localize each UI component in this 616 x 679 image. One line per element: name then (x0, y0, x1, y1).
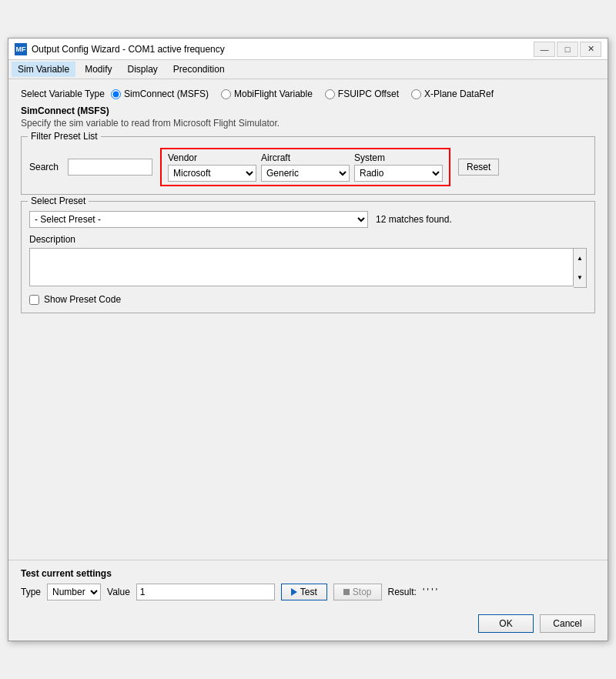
vendor-container: Vendor Microsoft Generic All (168, 152, 256, 182)
search-input[interactable] (68, 159, 152, 176)
radio-xplane-label: X-Plane DataRef (424, 89, 494, 99)
stop-icon (343, 589, 350, 595)
scroll-buttons: ▲ ▼ (574, 248, 587, 288)
preset-row: - Select Preset - 12 matches found. (29, 211, 587, 228)
preset-select[interactable]: - Select Preset - (29, 211, 368, 228)
filter-preset-title: Filter Preset List (28, 131, 101, 142)
variable-type-label: Select Variable Type (21, 89, 105, 99)
aircraft-container: Aircraft Generic All (261, 152, 350, 182)
filter-dropdowns-group: Vendor Microsoft Generic All Aircraft Ge… (160, 148, 450, 186)
menu-display[interactable]: Display (121, 62, 163, 77)
main-content: Select Variable Type SimConnect (MSFS) M… (8, 79, 608, 560)
radio-simconnect[interactable]: SimConnect (MSFS) (111, 89, 209, 99)
system-label: System (354, 152, 443, 163)
show-preset-code-row: Show Preset Code (29, 294, 587, 305)
test-section: Test current settings Type Number String… (8, 560, 608, 607)
maximize-button[interactable]: □ (557, 42, 578, 57)
description-textarea[interactable] (29, 248, 574, 286)
radio-xplane-input[interactable] (411, 89, 421, 99)
cancel-button[interactable]: Cancel (540, 614, 595, 633)
type-label: Type (21, 587, 41, 597)
radio-fsuipc-label: FSUIPC Offset (338, 89, 399, 99)
main-window: MF Output Config Wizard - COM1 active fr… (8, 38, 608, 641)
minimize-button[interactable]: — (534, 42, 555, 57)
menu-precondition[interactable]: Precondition (167, 62, 231, 77)
filter-preset-group: Filter Preset List Search Vendor Microso… (21, 136, 595, 195)
play-icon (291, 588, 297, 596)
simconnect-desc: Specify the sim variable to read from Mi… (21, 118, 595, 129)
system-container: System Radio All Autopilot Engine Lights (354, 152, 443, 182)
radio-mobiflight-label: MobiFlight Variable (234, 89, 313, 99)
radio-mobiflight[interactable]: MobiFlight Variable (221, 89, 313, 99)
content-spacer (21, 319, 595, 550)
title-bar: MF Output Config Wizard - COM1 active fr… (8, 38, 608, 60)
matches-text: 12 matches found. (376, 214, 452, 225)
ok-button[interactable]: OK (478, 614, 534, 633)
aircraft-label: Aircraft (261, 152, 350, 163)
select-preset-group: Select Preset - Select Preset - 12 match… (21, 201, 595, 313)
window-title: Output Config Wizard - COM1 active frequ… (32, 44, 534, 55)
variable-type-options: SimConnect (MSFS) MobiFlight Variable FS… (111, 89, 494, 99)
select-preset-title: Select Preset (28, 196, 89, 206)
scroll-down-button[interactable]: ▼ (574, 268, 586, 287)
search-label: Search (29, 162, 60, 172)
value-input[interactable] (136, 584, 275, 600)
type-select[interactable]: Number String (47, 584, 101, 600)
aircraft-select[interactable]: Generic All (261, 165, 350, 182)
simconnect-title: SimConnect (MSFS) (21, 105, 595, 116)
result-label: Result: (388, 587, 417, 597)
test-row: Type Number String Value Test Stop Resul… (21, 584, 595, 600)
test-section-label: Test current settings (21, 568, 595, 579)
system-select[interactable]: Radio All Autopilot Engine Lights (354, 165, 443, 182)
show-preset-code-checkbox[interactable] (29, 295, 39, 305)
description-area-wrapper: ▲ ▼ (29, 248, 587, 288)
action-row: OK Cancel (8, 614, 608, 641)
vendor-select[interactable]: Microsoft Generic All (168, 165, 256, 182)
stop-button[interactable]: Stop (333, 584, 382, 600)
scroll-up-button[interactable]: ▲ (574, 249, 586, 268)
description-label: Description (29, 234, 587, 245)
app-icon: MF (15, 43, 27, 55)
radio-simconnect-label: SimConnect (MSFS) (124, 89, 209, 99)
vendor-label: Vendor (168, 152, 256, 163)
result-value: ' ' ' ' (423, 587, 437, 597)
radio-fsuipc[interactable]: FSUIPC Offset (325, 89, 399, 99)
close-button[interactable]: ✕ (580, 42, 601, 57)
show-preset-code-label: Show Preset Code (44, 294, 121, 305)
menu-sim-variable[interactable]: Sim Variable (12, 62, 75, 77)
radio-simconnect-input[interactable] (111, 89, 121, 99)
value-label: Value (107, 587, 130, 597)
radio-mobiflight-input[interactable] (221, 89, 231, 99)
menu-bar: Sim Variable Modify Display Precondition (8, 60, 608, 79)
filter-row: Search Vendor Microsoft Generic All Airc… (29, 148, 587, 186)
reset-button[interactable]: Reset (458, 159, 499, 176)
window-controls: — □ ✕ (534, 42, 601, 57)
radio-xplane[interactable]: X-Plane DataRef (411, 89, 494, 99)
variable-type-row: Select Variable Type SimConnect (MSFS) M… (21, 89, 595, 99)
radio-fsuipc-input[interactable] (325, 89, 335, 99)
menu-modify[interactable]: Modify (79, 62, 118, 77)
test-button[interactable]: Test (281, 584, 327, 600)
